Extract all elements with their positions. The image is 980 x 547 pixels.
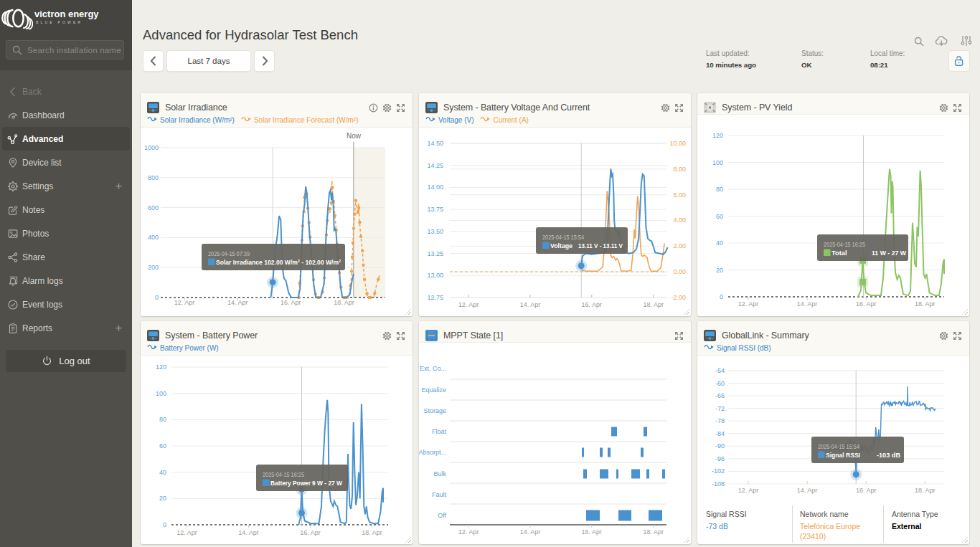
svg-text:2025-04-15 16:25: 2025-04-15 16:25 <box>824 241 865 248</box>
svg-text:120: 120 <box>156 363 166 371</box>
svg-text:Absorpt...: Absorpt... <box>419 449 446 456</box>
svg-text:-54: -54 <box>715 367 725 374</box>
svg-text:40: 40 <box>716 239 723 247</box>
svg-text:16. Apr: 16. Apr <box>582 301 603 308</box>
svg-text:200: 200 <box>148 264 159 271</box>
svg-text:4.00: 4.00 <box>673 217 686 224</box>
svg-text:14. Apr: 14. Apr <box>797 300 818 308</box>
svg-text:12. Apr: 12. Apr <box>738 487 759 494</box>
svg-text:Storage: Storage <box>423 407 446 414</box>
svg-text:14. Apr: 14. Apr <box>227 299 248 306</box>
svg-text:18. Apr: 18. Apr <box>915 487 936 494</box>
svg-text:14. Apr: 14. Apr <box>238 529 259 536</box>
svg-text:Off: Off <box>438 512 446 519</box>
svg-text:Now: Now <box>347 132 362 140</box>
svg-text:100: 100 <box>156 390 166 397</box>
svg-text:0: 0 <box>720 293 723 300</box>
svg-text:100: 100 <box>712 159 723 166</box>
svg-text:-78: -78 <box>715 417 725 424</box>
svg-text:-84: -84 <box>715 430 725 437</box>
svg-text:Fault: Fault <box>432 491 447 498</box>
svg-text:9 W - 27 W: 9 W - 27 W <box>312 480 342 487</box>
svg-text:13.00: 13.00 <box>427 272 443 279</box>
svg-text:Signal RSSI: Signal RSSI <box>826 452 860 459</box>
svg-text:Float: Float <box>432 428 447 435</box>
svg-text:16. Apr: 16. Apr <box>856 300 877 308</box>
svg-text:Voltage: Voltage <box>550 242 573 249</box>
svg-text:13.75: 13.75 <box>427 206 443 213</box>
svg-text:16. Apr: 16. Apr <box>856 487 877 494</box>
svg-text:11 W - 27 W: 11 W - 27 W <box>872 249 906 257</box>
svg-text:18. Apr: 18. Apr <box>334 299 354 306</box>
svg-text:40: 40 <box>159 469 166 476</box>
svg-text:2025-04-15 16:25: 2025-04-15 16:25 <box>263 471 304 478</box>
svg-text:16. Apr: 16. Apr <box>582 528 603 536</box>
svg-text:13.50: 13.50 <box>427 228 443 235</box>
svg-text:6.00: 6.00 <box>673 191 686 199</box>
svg-text:14. Apr: 14. Apr <box>797 487 818 494</box>
svg-text:Total: Total <box>831 249 847 257</box>
svg-text:20: 20 <box>159 495 166 502</box>
svg-text:Solar Irradiance 102.00 W/m² -: Solar Irradiance 102.00 W/m² - 102.00 W/… <box>216 259 341 266</box>
svg-text:-108: -108 <box>712 480 725 487</box>
svg-text:2025-04-15 07:39: 2025-04-15 07:39 <box>208 250 250 257</box>
svg-text:-96: -96 <box>715 455 725 462</box>
svg-text:2025-04-15 15:54: 2025-04-15 15:54 <box>542 234 584 241</box>
svg-text:8.00: 8.00 <box>673 166 686 173</box>
svg-text:-90: -90 <box>715 442 725 450</box>
svg-text:2025-04-15 15:54: 2025-04-15 15:54 <box>818 443 859 450</box>
svg-text:18. Apr: 18. Apr <box>362 529 382 536</box>
svg-text:-72: -72 <box>715 405 725 412</box>
svg-text:13.25: 13.25 <box>427 250 443 257</box>
svg-text:14.00: 14.00 <box>427 184 443 191</box>
svg-text:14. Apr: 14. Apr <box>520 301 541 308</box>
svg-text:800: 800 <box>148 174 159 181</box>
svg-text:-60: -60 <box>715 380 725 387</box>
svg-text:18. Apr: 18. Apr <box>643 528 664 536</box>
svg-text:20: 20 <box>716 267 723 274</box>
svg-text:400: 400 <box>148 234 159 241</box>
svg-text:12. Apr: 12. Apr <box>458 528 479 536</box>
svg-text:16. Apr: 16. Apr <box>300 529 321 536</box>
svg-text:18. Apr: 18. Apr <box>643 301 664 308</box>
svg-text:0: 0 <box>163 521 166 528</box>
svg-text:60: 60 <box>716 213 723 220</box>
svg-text:Ext. Co...: Ext. Co... <box>420 365 446 372</box>
svg-text:-102: -102 <box>712 467 725 475</box>
svg-text:12. Apr: 12. Apr <box>176 529 197 536</box>
svg-text:10.00: 10.00 <box>669 140 686 147</box>
svg-text:14. Apr: 14. Apr <box>520 528 541 536</box>
svg-text:-66: -66 <box>715 392 725 399</box>
svg-text:12. Apr: 12. Apr <box>458 301 479 308</box>
svg-text:12. Apr: 12. Apr <box>174 299 195 306</box>
svg-text:12.75: 12.75 <box>427 294 443 301</box>
svg-text:14.25: 14.25 <box>427 162 443 169</box>
svg-text:1000: 1000 <box>144 144 159 151</box>
svg-text:14.50: 14.50 <box>427 140 443 147</box>
svg-text:Bulk: Bulk <box>433 470 446 477</box>
svg-text:2.00: 2.00 <box>673 242 686 249</box>
svg-text:13.11 V - 13.11 V: 13.11 V - 13.11 V <box>578 242 623 249</box>
svg-text:60: 60 <box>159 442 166 450</box>
svg-text:12. Apr: 12. Apr <box>738 300 759 308</box>
svg-text:120: 120 <box>712 132 723 139</box>
svg-text:80: 80 <box>716 186 723 193</box>
svg-text:-2.00: -2.00 <box>671 294 686 301</box>
svg-text:0: 0 <box>155 294 159 301</box>
svg-text:600: 600 <box>148 204 159 211</box>
svg-text:-103 dB: -103 dB <box>877 452 900 459</box>
svg-text:16. Apr: 16. Apr <box>281 299 301 306</box>
svg-text:18. Apr: 18. Apr <box>915 300 936 308</box>
svg-text:Equalize: Equalize <box>421 386 446 394</box>
svg-text:0.00: 0.00 <box>673 268 686 275</box>
svg-text:80: 80 <box>159 416 166 423</box>
svg-text:Battery Power: Battery Power <box>270 480 311 487</box>
